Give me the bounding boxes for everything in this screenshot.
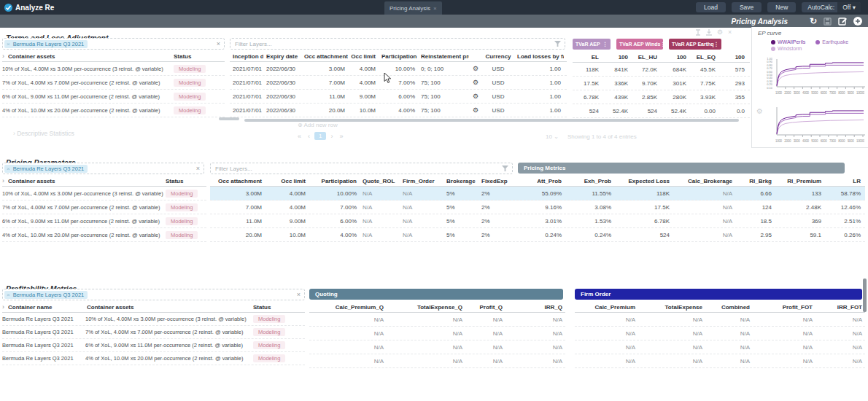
col-inception-date[interactable]: Inception date bbox=[230, 53, 263, 60]
table-row[interactable]: 2021/07/012022/06/307.00M4.00M7.00%75; 1… bbox=[230, 76, 567, 90]
table-row[interactable]: N/AN/AN/AN/A bbox=[309, 327, 565, 340]
table-row[interactable]: 2021/07/012022/06/3020.0M10.0M4.00%75; 1… bbox=[230, 104, 567, 117]
kebab-menu-icon[interactable]: ⋮ bbox=[660, 42, 663, 47]
clear-input-icon[interactable]: × bbox=[213, 40, 224, 47]
table-row[interactable]: 4% of XoL, 10.0M xs 20.0M per-occurrence… bbox=[2, 104, 225, 117]
ep-chart-bottom[interactable] bbox=[775, 106, 866, 142]
col-status[interactable]: Status bbox=[174, 53, 225, 60]
pricing-container-filter-input[interactable]: ×Bermuda Re Layers Q3 2021 × bbox=[2, 163, 204, 174]
table-row[interactable]: N/AN/AN/AN/A bbox=[309, 340, 565, 354]
table-row[interactable]: 7.00M4.00M7.00%N/AN/A5%2%9.16%3.08%17.5K… bbox=[210, 200, 865, 214]
table-row[interactable]: N/AN/AN/AN/A bbox=[309, 313, 565, 327]
table-row[interactable]: 7% of XoL, 4.00M xs 7.00M per-occurrence… bbox=[2, 200, 206, 214]
gear-icon[interactable]: ⚙ bbox=[756, 107, 763, 115]
table-row[interactable]: 6.78K439K2.85K280K3.93K355 bbox=[573, 90, 750, 104]
save-disk-icon[interactable] bbox=[824, 17, 832, 26]
table-row[interactable]: N/AN/AN/AN/AN/A bbox=[575, 354, 865, 368]
table-row[interactable]: 6% of XoL, 9.00M xs 11.0M per-occurrence… bbox=[2, 214, 206, 228]
page-first-icon[interactable]: « bbox=[295, 133, 303, 140]
table-row[interactable]: 10% of XoL, 4.00M xs 3.00M per-occurrenc… bbox=[2, 62, 225, 76]
col-lr[interactable]: LR bbox=[824, 178, 864, 184]
table-row[interactable]: 4% of XoL, 10.0M xs 20.0M per-occurrence… bbox=[2, 228, 206, 242]
load-button[interactable]: Load bbox=[696, 2, 726, 12]
metric-button-tvar-aep[interactable]: TVaR AEP⋮ bbox=[573, 39, 611, 50]
col-container-name[interactable]: Container name bbox=[8, 304, 87, 311]
col-occ-attachment[interactable]: Occ attachment bbox=[301, 53, 348, 60]
close-icon[interactable]: × bbox=[728, 28, 732, 36]
table-row[interactable]: 3.00M4.00M10.00%N/AN/A5%2%55.09%11.55%11… bbox=[210, 187, 865, 200]
col-100[interactable]: 100 bbox=[660, 54, 689, 61]
col-occ-limit[interactable]: Occ limit bbox=[265, 178, 309, 184]
new-button[interactable]: New bbox=[767, 2, 796, 12]
left-horizontal-scrollbar[interactable] bbox=[219, 117, 239, 120]
col-brokerage[interactable]: Brokerage bbox=[443, 178, 478, 184]
legend-earthquake[interactable]: Earthquake bbox=[815, 39, 848, 51]
page-prev-icon[interactable]: ‹ bbox=[306, 133, 312, 140]
download-icon[interactable] bbox=[706, 29, 712, 36]
col-load-losses-by-factor[interactable]: Load losses by factor bbox=[514, 53, 564, 60]
add-view-icon[interactable] bbox=[853, 17, 862, 26]
col-profit_fot[interactable]: Profit_FOT bbox=[753, 304, 815, 311]
col-totalexpense_q[interactable]: TotalExpense_Q bbox=[387, 304, 465, 311]
expand-chevron-icon[interactable]: › bbox=[2, 303, 6, 311]
table-row[interactable]: Bermuda Re Layers Q3 20217% of XoL, 4.00… bbox=[2, 326, 305, 339]
col-quote_rol[interactable]: Quote_ROL bbox=[360, 178, 400, 184]
col-occ-attachment[interactable]: Occ attachment bbox=[210, 178, 265, 184]
page-last-icon[interactable]: » bbox=[337, 133, 345, 140]
table-row[interactable]: N/AN/AN/AN/A bbox=[309, 354, 565, 368]
page-size-select[interactable]: 10 ⌄ bbox=[546, 133, 559, 140]
tag-remove-icon[interactable]: × bbox=[7, 292, 10, 298]
page-current[interactable]: 1 bbox=[314, 132, 326, 140]
refresh-icon[interactable]: ↻ bbox=[810, 16, 817, 26]
col-ri_premium[interactable]: RI_Premium bbox=[775, 178, 824, 184]
table-row[interactable]: Bermuda Re Layers Q3 202110% of XoL, 4.0… bbox=[2, 313, 305, 326]
table-row[interactable]: 2021/07/012022/06/3011.0M9.00M6.00%75; 1… bbox=[230, 90, 567, 104]
col-el_eq[interactable]: EL_EQ bbox=[689, 54, 718, 61]
table-row[interactable]: N/AN/AN/AN/AN/A bbox=[575, 327, 865, 340]
profitability-container-filter-input[interactable]: ×Bermuda Re Layers Q3 2021 × bbox=[2, 289, 305, 300]
col-att_prob[interactable]: Att_Prob bbox=[509, 178, 565, 184]
vertical-scrollbar[interactable] bbox=[863, 279, 867, 312]
col-occ-limit[interactable]: Occ limit bbox=[348, 53, 379, 60]
nav-tab-pricing-analysis[interactable]: Pricing Analysis × bbox=[384, 1, 442, 15]
gear-icon[interactable]: ⚙ bbox=[469, 65, 482, 72]
col-100[interactable]: 100 bbox=[602, 54, 631, 61]
autocalc-toggle[interactable]: AutoCalc: Off ▾ bbox=[802, 2, 861, 12]
save-button[interactable]: Save bbox=[732, 2, 762, 12]
col-irr_q[interactable]: IRR_Q bbox=[505, 304, 565, 311]
gear-icon[interactable]: ⚙ bbox=[469, 93, 482, 100]
table-row[interactable]: 6% of XoL, 9.00M xs 11.0M per-occurrence… bbox=[2, 90, 225, 104]
clear-input-icon[interactable]: × bbox=[293, 291, 304, 298]
gear-icon[interactable]: ⚙ bbox=[469, 106, 482, 114]
col-container-assets[interactable]: Container assets bbox=[87, 304, 253, 311]
edit-icon[interactable] bbox=[838, 17, 847, 26]
col-exh_prob[interactable]: Exh_Prob bbox=[565, 178, 614, 184]
table-row[interactable]: Bermuda Re Layers Q3 20214% of XoL, 10.0… bbox=[2, 352, 305, 365]
col-profit_q[interactable]: Profit_Q bbox=[465, 304, 505, 311]
gear-icon[interactable]: ⚙ bbox=[717, 28, 723, 36]
col-expected-loss[interactable]: Expected Loss bbox=[614, 178, 673, 184]
table-row[interactable]: 118K841K72.0K684K45.5K575 bbox=[573, 63, 750, 77]
descriptive-statistics-toggle[interactable]: › Descriptive Statistics bbox=[13, 130, 74, 137]
col-el_hu[interactable]: EL_HU bbox=[631, 54, 660, 61]
table-row[interactable]: 7% of XoL, 4.00M xs 7.00M per-occurrence… bbox=[2, 76, 225, 90]
table-row[interactable]: N/AN/AN/AN/AN/A bbox=[575, 340, 865, 354]
kebab-menu-icon[interactable]: ⋮ bbox=[714, 42, 719, 47]
tag-remove-icon[interactable]: × bbox=[7, 41, 10, 47]
gear-icon[interactable]: ⚙ bbox=[469, 79, 482, 86]
selected-container-tag[interactable]: ×Bermuda Re Layers Q3 2021 bbox=[4, 40, 88, 48]
col-irr_fot[interactable]: IRR_FOT bbox=[815, 304, 865, 311]
table-row[interactable]: 10% of XoL, 4.00M xs 3.00M per-occurrenc… bbox=[2, 187, 206, 200]
tag-remove-icon[interactable]: × bbox=[7, 166, 10, 172]
terms-layer-filter-input[interactable]: Filter Layers... bbox=[230, 38, 565, 50]
col-fixedexp[interactable]: FixedExp bbox=[478, 178, 509, 184]
metric-button-tvar-aep-winds[interactable]: TVaR AEP Winds⋮ bbox=[616, 39, 663, 50]
table-row[interactable]: 20.0M10.0M4.00%N/AN/A5%2%0.24%0.24%524N/… bbox=[210, 228, 865, 242]
funnel-filter-icon[interactable] bbox=[554, 41, 565, 47]
table-row[interactable]: N/AN/AN/AN/AN/A bbox=[575, 313, 865, 327]
expand-chevron-icon[interactable]: › bbox=[2, 177, 6, 184]
expand-chevron-icon[interactable]: › bbox=[2, 52, 6, 60]
legend-wwallperils[interactable]: WWAllPerils bbox=[771, 39, 805, 44]
column-settings-icon[interactable] bbox=[695, 29, 701, 36]
tab-close-icon[interactable]: × bbox=[433, 5, 437, 12]
